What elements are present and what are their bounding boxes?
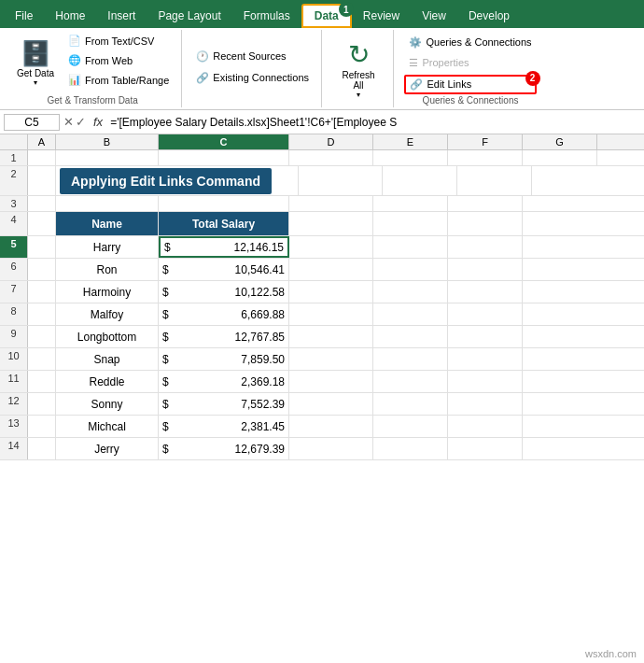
cell-a14[interactable] <box>28 438 56 459</box>
cell-a1[interactable] <box>28 150 56 165</box>
cell-a5[interactable] <box>28 236 56 258</box>
cell-f10[interactable] <box>448 348 523 370</box>
recent-sources-button[interactable]: 🕐 Recent Sources <box>191 48 314 65</box>
cell-e2[interactable] <box>383 166 457 195</box>
cell-c9[interactable]: $ 12,767.85 <box>159 326 289 347</box>
cell-a2[interactable] <box>28 166 56 195</box>
get-data-button[interactable]: 🗄️ Get Data ▾ <box>11 32 60 93</box>
col-header-f[interactable]: F <box>448 134 523 149</box>
tab-data[interactable]: Data 1 <box>301 4 352 28</box>
cell-a11[interactable] <box>28 371 56 392</box>
cell-a12[interactable] <box>28 393 56 415</box>
cell-e3[interactable] <box>373 196 448 211</box>
cell-d3[interactable] <box>289 196 373 211</box>
from-web-button[interactable]: 🌐 From Web <box>63 51 174 69</box>
cell-b8[interactable]: Malfoy <box>56 303 159 325</box>
cell-e7[interactable] <box>373 281 448 303</box>
cell-e9[interactable] <box>373 326 448 347</box>
cell-b14[interactable]: Jerry <box>56 438 159 459</box>
cell-f14[interactable] <box>448 438 523 459</box>
col-header-a[interactable]: A <box>28 134 56 149</box>
cell-d11[interactable] <box>289 371 373 392</box>
cell-c1[interactable] <box>159 150 289 165</box>
cell-a6[interactable] <box>28 259 56 280</box>
cell-f8[interactable] <box>448 303 523 325</box>
col-header-b[interactable]: B <box>56 134 159 149</box>
cell-b2-title[interactable]: Applying Edit Links Command <box>56 166 299 195</box>
col-header-e[interactable]: E <box>373 134 448 149</box>
cell-b3[interactable] <box>56 196 159 211</box>
cell-b12[interactable]: Sonny <box>56 393 159 415</box>
cell-c3[interactable] <box>159 196 289 211</box>
cell-f1[interactable] <box>448 150 523 165</box>
cell-e14[interactable] <box>373 438 448 459</box>
cell-d2[interactable] <box>299 166 383 195</box>
cell-g1[interactable] <box>523 150 597 165</box>
tab-develop[interactable]: Develop <box>457 4 521 28</box>
queries-connections-button[interactable]: ⚙️ Queries & Connections <box>404 34 536 51</box>
cell-a9[interactable] <box>28 326 56 347</box>
properties-button[interactable]: ☰ Properties <box>404 54 536 72</box>
existing-connections-button[interactable]: 🔗 Existing Connections <box>191 69 314 87</box>
cell-c6[interactable]: $ 10,546.41 <box>159 259 289 280</box>
tab-insert[interactable]: Insert <box>96 4 147 28</box>
cell-e5[interactable] <box>373 236 448 258</box>
cell-c13[interactable]: $ 2,381.45 <box>159 416 289 437</box>
cell-c4-header[interactable]: Total Salary <box>159 212 289 235</box>
cell-c8[interactable]: $ 6,669.88 <box>159 303 289 325</box>
refresh-all-button[interactable]: ↻ RefreshAll ▾ <box>331 38 385 100</box>
cell-b7[interactable]: Harmoiny <box>56 281 159 303</box>
cell-b4-header[interactable]: Name <box>56 212 159 235</box>
cell-a10[interactable] <box>28 348 56 370</box>
edit-links-button[interactable]: 🔗 Edit Links 2 <box>404 75 536 94</box>
cell-c14[interactable]: $ 12,679.39 <box>159 438 289 459</box>
tab-review[interactable]: Review <box>352 4 411 28</box>
tab-page-layout[interactable]: Page Layout <box>147 4 231 28</box>
cell-d6[interactable] <box>289 259 373 280</box>
cell-c7[interactable]: $ 10,122.58 <box>159 281 289 303</box>
cell-b11[interactable]: Reddle <box>56 371 159 392</box>
cell-f9[interactable] <box>448 326 523 347</box>
cell-d7[interactable] <box>289 281 373 303</box>
cell-f3[interactable] <box>448 196 523 211</box>
cell-f6[interactable] <box>448 259 523 280</box>
cell-b10[interactable]: Snap <box>56 348 159 370</box>
cell-e12[interactable] <box>373 393 448 415</box>
cell-a7[interactable] <box>28 281 56 303</box>
cell-e6[interactable] <box>373 259 448 280</box>
from-table-range-button[interactable]: 📊 From Table/Range <box>63 71 174 89</box>
cell-b13[interactable]: Michcal <box>56 416 159 437</box>
tab-home[interactable]: Home <box>44 4 96 28</box>
cell-c10[interactable]: $ 7,859.50 <box>159 348 289 370</box>
cell-b6[interactable]: Ron <box>56 259 159 280</box>
col-header-d[interactable]: D <box>289 134 373 149</box>
cell-f11[interactable] <box>448 371 523 392</box>
cell-a13[interactable] <box>28 416 56 437</box>
from-text-csv-button[interactable]: 📄 From Text/CSV <box>63 32 174 49</box>
cell-e4[interactable] <box>373 212 448 235</box>
cell-d8[interactable] <box>289 303 373 325</box>
cell-c12[interactable]: $ 7,552.39 <box>159 393 289 415</box>
col-header-g[interactable]: G <box>523 134 597 149</box>
cell-f4[interactable] <box>448 212 523 235</box>
cell-b9[interactable]: Longbottom <box>56 326 159 347</box>
cell-d13[interactable] <box>289 416 373 437</box>
cell-c5[interactable]: $ 12,146.15 <box>159 236 289 258</box>
cell-f2[interactable] <box>457 166 532 195</box>
tab-file[interactable]: File <box>4 4 44 28</box>
cell-e8[interactable] <box>373 303 448 325</box>
cell-d1[interactable] <box>289 150 373 165</box>
cell-a3[interactable] <box>28 196 56 211</box>
cell-a8[interactable] <box>28 303 56 325</box>
cell-f5[interactable] <box>448 236 523 258</box>
tab-view[interactable]: View <box>411 4 457 28</box>
cell-e10[interactable] <box>373 348 448 370</box>
cell-f7[interactable] <box>448 281 523 303</box>
cell-d12[interactable] <box>289 393 373 415</box>
cell-a4[interactable] <box>28 212 56 235</box>
cell-d10[interactable] <box>289 348 373 370</box>
cell-e13[interactable] <box>373 416 448 437</box>
cell-f13[interactable] <box>448 416 523 437</box>
cell-b1[interactable] <box>56 150 159 165</box>
cell-d5[interactable] <box>289 236 373 258</box>
